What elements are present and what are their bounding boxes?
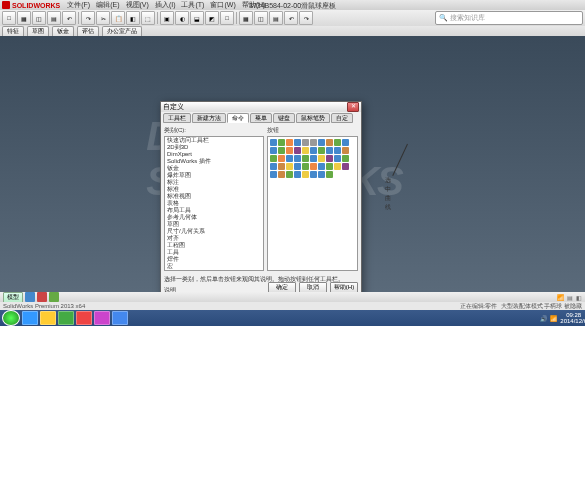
list-item[interactable]: 工具 [165, 249, 263, 256]
command-tab[interactable]: 钣金 [52, 26, 74, 36]
command-icon[interactable] [286, 163, 293, 170]
command-icon[interactable] [270, 163, 277, 170]
command-icon[interactable] [318, 147, 325, 154]
toolbar-button[interactable]: ↶ [62, 11, 76, 25]
command-tab[interactable]: 评估 [77, 26, 99, 36]
list-item[interactable]: 钣金 [165, 165, 263, 172]
list-item[interactable]: 标准视图 [165, 193, 263, 200]
command-icon[interactable] [302, 139, 309, 146]
command-icon[interactable] [270, 155, 277, 162]
graphics-area[interactable]: DS SOLIDWORKS2013 自定义 ✕ 工具栏新建方法命令菜单键盘鼠标笔… [0, 36, 585, 292]
command-icon[interactable] [318, 163, 325, 170]
menu-item[interactable]: 文件(F) [67, 1, 90, 8]
list-item[interactable]: SolidWorks 插件 [165, 158, 263, 165]
toolbar-button[interactable]: 📋 [111, 11, 125, 25]
command-icon[interactable] [286, 139, 293, 146]
list-item[interactable]: 工程图 [165, 242, 263, 249]
command-icon[interactable] [294, 171, 301, 178]
command-icon[interactable] [334, 147, 341, 154]
command-icon[interactable] [310, 155, 317, 162]
command-icon[interactable] [310, 171, 317, 178]
taskbar-app-icon[interactable] [22, 311, 38, 325]
toolbar-button[interactable]: ⬚ [141, 11, 155, 25]
command-icon[interactable] [286, 155, 293, 162]
list-item[interactable]: 尺寸/几何关系 [165, 228, 263, 235]
dialog-tab[interactable]: 自定 [331, 113, 353, 123]
start-button[interactable] [2, 310, 20, 326]
list-item[interactable]: 2D到3D [165, 144, 263, 151]
button-grid[interactable] [267, 136, 358, 271]
menu-item[interactable]: 编辑(E) [96, 1, 119, 8]
command-icon[interactable] [326, 147, 333, 154]
list-item[interactable]: 标注 [165, 179, 263, 186]
toolbar-button[interactable]: □ [2, 11, 16, 25]
list-item[interactable]: 爆炸草图 [165, 172, 263, 179]
command-icon[interactable] [278, 155, 285, 162]
status-icon[interactable] [37, 292, 47, 302]
list-item[interactable]: 参考几何体 [165, 214, 263, 221]
command-icon[interactable] [286, 171, 293, 178]
command-icon[interactable] [302, 171, 309, 178]
command-icon[interactable] [294, 139, 301, 146]
list-item[interactable]: 对齐 [165, 235, 263, 242]
command-icon[interactable] [334, 155, 341, 162]
toolbar-button[interactable]: ↷ [299, 11, 313, 25]
toolbar-button[interactable]: ◫ [32, 11, 46, 25]
toolbar-button[interactable]: ◐ [175, 11, 189, 25]
command-icon[interactable] [278, 147, 285, 154]
list-item[interactable]: 标准 [165, 186, 263, 193]
command-icon[interactable] [326, 163, 333, 170]
rss-icon[interactable]: 📶 [557, 294, 564, 301]
command-tab[interactable]: 草图 [27, 26, 49, 36]
command-icon[interactable] [286, 147, 293, 154]
list-item[interactable]: 结构系统 [165, 270, 263, 271]
command-icon[interactable] [270, 171, 277, 178]
command-icon[interactable] [310, 147, 317, 154]
close-icon[interactable]: ✕ [347, 102, 359, 112]
command-icon[interactable] [310, 163, 317, 170]
menu-item[interactable]: 窗口(W) [210, 1, 235, 8]
command-icon[interactable] [294, 147, 301, 154]
command-icon[interactable] [318, 171, 325, 178]
dialog-tab[interactable]: 键盘 [273, 113, 295, 123]
command-icon[interactable] [278, 163, 285, 170]
list-item[interactable]: 表格 [165, 200, 263, 207]
taskbar-app-icon[interactable] [40, 311, 56, 325]
command-icon[interactable] [342, 147, 349, 154]
dialog-tab[interactable]: 鼠标笔势 [296, 113, 330, 123]
command-icon[interactable] [310, 139, 317, 146]
menu-item[interactable]: 插入(I) [155, 1, 176, 8]
status-icon[interactable] [49, 292, 59, 302]
tray-icon[interactable]: 🔊 [540, 315, 547, 322]
toolbar-button[interactable]: ▤ [47, 11, 61, 25]
command-icon[interactable] [270, 147, 277, 154]
list-item[interactable]: 布局工具 [165, 207, 263, 214]
status-model-button[interactable]: 模型 [3, 292, 23, 303]
list-item[interactable]: DimXpert [165, 151, 263, 158]
taskbar-app-icon[interactable] [94, 311, 110, 325]
tray-icon[interactable]: 📶 [550, 315, 557, 322]
list-item[interactable]: 宏 [165, 263, 263, 270]
command-icon[interactable] [326, 171, 333, 178]
command-icon[interactable] [318, 139, 325, 146]
dialog-titlebar[interactable]: 自定义 ✕ [161, 102, 361, 112]
toolbar-button[interactable]: □ [220, 11, 234, 25]
dialog-tab[interactable]: 新建方法 [192, 113, 226, 123]
command-tab[interactable]: 特征 [2, 26, 24, 36]
system-tray[interactable]: 🔊 📶 09:282014/12/6 [540, 312, 585, 324]
command-icon[interactable] [342, 163, 349, 170]
taskbar-app-icon[interactable] [58, 311, 74, 325]
command-icon[interactable] [326, 139, 333, 146]
list-item[interactable]: 快速访问工具栏 [165, 137, 263, 144]
command-icon[interactable] [278, 139, 285, 146]
toolbar-button[interactable]: ▤ [269, 11, 283, 25]
toolbar-button[interactable]: ▦ [17, 11, 31, 25]
dialog-tab[interactable]: 工具栏 [163, 113, 191, 123]
command-icon[interactable] [278, 171, 285, 178]
taskbar-app-icon[interactable] [76, 311, 92, 325]
menu-item[interactable]: 工具(T) [181, 1, 204, 8]
category-listbox[interactable]: 快速访问工具栏2D到3DDimXpertSolidWorks 插件钣金爆炸草图标… [164, 136, 264, 271]
command-icon[interactable] [294, 155, 301, 162]
command-icon[interactable] [342, 139, 349, 146]
command-icon[interactable] [270, 139, 277, 146]
